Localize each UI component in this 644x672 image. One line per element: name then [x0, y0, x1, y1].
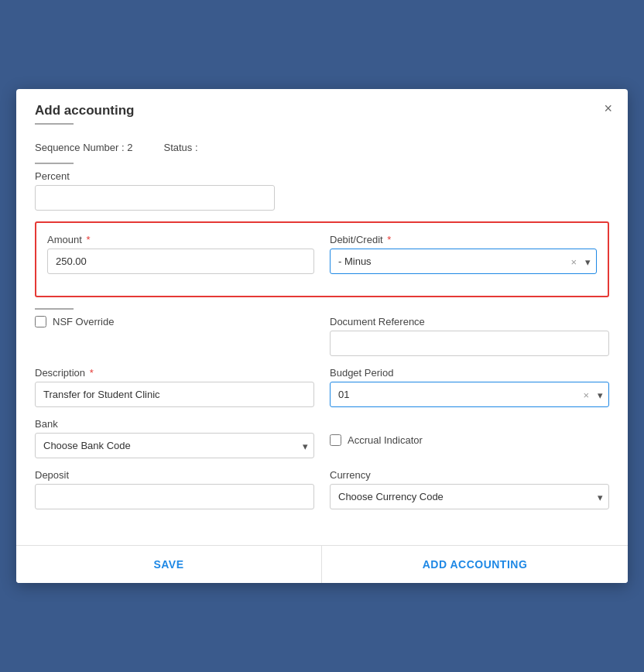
nsf-docref-row: NSF Override Document Reference — [35, 316, 609, 367]
accrual-indicator-group: Accrual Indicator — [330, 418, 609, 458]
debit-credit-select-wrapper: - Minus + Plus × ▾ — [330, 249, 597, 274]
add-accounting-button[interactable]: ADD ACCOUNTING — [322, 546, 628, 583]
budget-period-select[interactable]: 01 02 — [330, 382, 609, 407]
debit-credit-clear-icon[interactable]: × — [570, 255, 577, 267]
amount-required-star: * — [86, 234, 90, 245]
budget-period-label: Budget Period — [330, 367, 609, 379]
doc-reference-field-group: Document Reference — [330, 316, 609, 356]
currency-select[interactable]: Choose Currency Code — [330, 484, 609, 509]
modal-dialog: Add accounting × Sequence Number : 2 Sta… — [16, 89, 628, 583]
currency-select-wrapper: Choose Currency Code ▾ — [330, 484, 609, 509]
bank-label: Bank — [35, 418, 314, 430]
description-required-star: * — [90, 367, 94, 379]
currency-field-group: Currency Choose Currency Code ▾ — [330, 469, 609, 509]
amount-label: Amount * — [47, 234, 314, 245]
accrual-indicator-checkbox-row: Accrual Indicator — [330, 434, 423, 446]
bank-accrual-row: Bank Choose Bank Code ▾ Accrual Indicato… — [35, 418, 609, 469]
amount-input[interactable] — [47, 249, 314, 274]
deposit-input[interactable] — [35, 484, 314, 509]
amount-field-group: Amount * — [47, 234, 314, 274]
highlighted-section: Amount * Debit/Credit * - Minus + Plus — [35, 221, 609, 297]
meta-row: Sequence Number : 2 Status : — [35, 142, 609, 153]
modal-header: Add accounting × — [16, 89, 628, 132]
nsf-override-checkbox-row: NSF Override — [35, 316, 314, 327]
percent-label: Percent — [35, 170, 609, 182]
doc-reference-label: Document Reference — [330, 316, 609, 327]
bank-select[interactable]: Choose Bank Code — [35, 433, 314, 458]
nsf-override-group: NSF Override — [35, 316, 314, 367]
doc-reference-input[interactable] — [330, 331, 609, 356]
debit-credit-field-group: Debit/Credit * - Minus + Plus × ▾ — [330, 234, 597, 274]
bank-field-group: Bank Choose Bank Code ▾ — [35, 418, 314, 458]
desc-budget-row: Description * Budget Period 01 02 × ▾ — [35, 367, 609, 418]
description-label: Description * — [35, 367, 314, 379]
save-button[interactable]: SAVE — [16, 546, 322, 583]
nsf-override-label: NSF Override — [53, 316, 114, 327]
deposit-field-group: Deposit — [35, 469, 314, 509]
debit-credit-label: Debit/Credit * — [330, 234, 597, 245]
amount-debit-row: Amount * Debit/Credit * - Minus + Plus — [47, 234, 597, 285]
bank-select-wrapper: Choose Bank Code ▾ — [35, 433, 314, 458]
deposit-label: Deposit — [35, 469, 314, 481]
modal-footer: SAVE ADD ACCOUNTING — [16, 545, 628, 583]
percent-input[interactable] — [35, 185, 275, 211]
deposit-currency-row: Deposit Currency Choose Currency Code ▾ — [35, 469, 609, 520]
description-field-group: Description * — [35, 367, 314, 407]
percent-field-group: Percent — [35, 170, 609, 211]
nsf-override-checkbox[interactable] — [35, 316, 46, 327]
title-underline — [35, 123, 74, 125]
accrual-indicator-checkbox[interactable] — [330, 434, 341, 446]
sequence-number: Sequence Number : 2 — [35, 142, 132, 153]
currency-label: Currency — [330, 469, 609, 481]
description-input[interactable] — [35, 382, 314, 407]
close-button[interactable]: × — [604, 101, 612, 115]
status-label: Status : — [163, 142, 197, 153]
debit-credit-required-star: * — [387, 234, 391, 245]
section-divider-2 — [35, 308, 74, 310]
modal-body: Sequence Number : 2 Status : Percent Amo… — [16, 132, 628, 545]
budget-period-clear-icon[interactable]: × — [583, 389, 589, 400]
modal-title: Add accounting — [35, 103, 134, 118]
budget-period-field-group: Budget Period 01 02 × ▾ — [330, 367, 609, 407]
debit-credit-select[interactable]: - Minus + Plus — [330, 249, 597, 274]
section-divider-1 — [35, 163, 74, 164]
accrual-indicator-label: Accrual Indicator — [348, 434, 423, 446]
budget-period-select-wrapper: 01 02 × ▾ — [330, 382, 609, 407]
